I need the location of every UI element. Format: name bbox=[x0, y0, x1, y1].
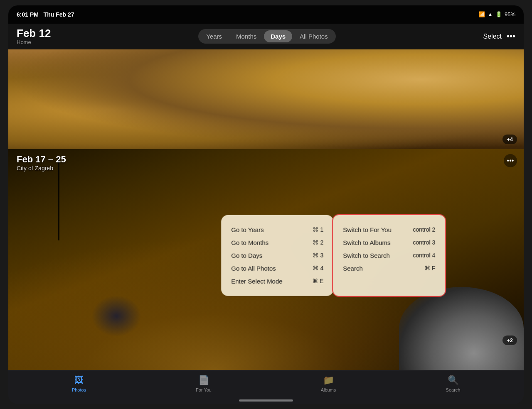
shortcut-overlay: Go to Years ⌘ 1 Go to Months ⌘ 2 Go to D… bbox=[221, 215, 445, 296]
nav-tabs: Years Months Days All Photos bbox=[198, 29, 335, 44]
shortcut-key-r2: control 3 bbox=[413, 239, 435, 246]
albums-icon: 📁 bbox=[323, 375, 334, 386]
device-frame: 6:01 PM Thu Feb 27 📶 ▲ 🔋 95% Feb 12 Home… bbox=[8, 5, 524, 404]
plus-badge-1: +4 bbox=[502, 135, 517, 144]
for-you-label: For You bbox=[196, 387, 212, 392]
shortcut-key-r4: ⌘ F bbox=[424, 265, 435, 272]
status-right: 📶 ▲ 🔋 95% bbox=[478, 11, 515, 17]
tab-item-for-you[interactable]: 📄 For You bbox=[183, 375, 224, 392]
search-icon: 🔍 bbox=[448, 375, 459, 386]
shortcut-row-r2[interactable]: Switch to Albums control 3 bbox=[343, 236, 435, 249]
time: 6:01 PM bbox=[17, 11, 39, 18]
photos-label: Photos bbox=[72, 387, 86, 392]
home-indicator bbox=[239, 399, 293, 402]
shortcut-label-3: Go to Days bbox=[231, 252, 262, 259]
shortcut-row-r1[interactable]: Switch to For You control 2 bbox=[343, 223, 435, 236]
shortcut-row-r4[interactable]: Search ⌘ F bbox=[343, 262, 435, 274]
plus-badge-2: +2 bbox=[502, 336, 517, 345]
shortcut-label-r4: Search bbox=[343, 265, 363, 272]
nav-right: Select ••• bbox=[483, 32, 515, 41]
shortcut-key-r3: control 4 bbox=[413, 252, 435, 259]
section-more-button[interactable]: ••• bbox=[504, 154, 517, 167]
shortcut-row-4[interactable]: Go to All Photos ⌘ 4 bbox=[231, 262, 323, 274]
headphones-silhouette bbox=[91, 295, 141, 337]
tab-years[interactable]: Years bbox=[200, 30, 229, 42]
status-bar: 6:01 PM Thu Feb 27 📶 ▲ 🔋 95% bbox=[8, 5, 524, 24]
date: Thu Feb 27 bbox=[44, 11, 74, 18]
shortcut-label-r1: Switch to For You bbox=[343, 226, 392, 233]
select-button[interactable]: Select bbox=[483, 33, 502, 40]
shortcut-row-2[interactable]: Go to Months ⌘ 2 bbox=[231, 236, 323, 249]
tab-item-photos[interactable]: 🖼 Photos bbox=[58, 375, 100, 392]
shortcut-label-4: Go to All Photos bbox=[231, 265, 276, 272]
shortcut-row-1[interactable]: Go to Years ⌘ 1 bbox=[231, 223, 323, 236]
main-content: +4 Feb 17 – 25 City of Zagreb ••• +2 bbox=[8, 49, 524, 370]
section-location: City of Zagreb bbox=[17, 165, 66, 171]
shortcut-panel-right: Switch to For You control 2 Switch to Al… bbox=[333, 215, 445, 296]
cat-gray bbox=[399, 287, 524, 370]
shortcut-key-2: ⌘ 2 bbox=[313, 239, 324, 246]
wifi-icon: 📶 bbox=[478, 11, 485, 17]
battery-icon: 🔋 bbox=[495, 11, 502, 17]
nav-bar: Feb 12 Home Years Months Days All Photos… bbox=[8, 24, 524, 49]
shortcut-label-r2: Switch to Albums bbox=[343, 239, 390, 246]
section-date: Feb 17 – 25 bbox=[17, 154, 66, 165]
tab-item-albums[interactable]: 📁 Albums bbox=[308, 375, 349, 392]
tab-days[interactable]: Days bbox=[264, 30, 292, 42]
nav-subtitle: Home bbox=[17, 39, 51, 45]
signal-icon: ▲ bbox=[488, 11, 493, 17]
tab-months[interactable]: Months bbox=[229, 30, 263, 42]
shortcut-panel-left: Go to Years ⌘ 1 Go to Months ⌘ 2 Go to D… bbox=[221, 215, 333, 296]
shortcut-key-3: ⌘ 3 bbox=[313, 252, 324, 259]
status-time: 6:01 PM Thu Feb 27 bbox=[17, 11, 74, 18]
shortcut-label-5: Enter Select Mode bbox=[231, 277, 282, 284]
albums-label: Albums bbox=[321, 387, 336, 392]
tab-item-search[interactable]: 🔍 Search bbox=[432, 375, 474, 392]
shortcut-label-2: Go to Months bbox=[231, 239, 268, 246]
more-options-button[interactable]: ••• bbox=[507, 32, 515, 41]
tab-all-photos[interactable]: All Photos bbox=[293, 30, 335, 42]
photo-section-top: +4 bbox=[8, 49, 524, 149]
nav-left: Feb 12 Home bbox=[17, 27, 51, 46]
shortcut-key-1: ⌘ 1 bbox=[313, 226, 324, 233]
shortcut-label-1: Go to Years bbox=[231, 226, 264, 233]
shortcut-row-r3[interactable]: Switch to Search control 4 bbox=[343, 249, 435, 262]
photos-icon: 🖼 bbox=[74, 375, 84, 386]
shortcut-key-5: ⌘ E bbox=[312, 278, 323, 284]
shortcut-row-5[interactable]: Enter Select Mode ⌘ E bbox=[231, 274, 323, 287]
cat-fur-image bbox=[8, 49, 524, 149]
search-label: Search bbox=[446, 387, 461, 392]
for-you-icon: 📄 bbox=[198, 375, 209, 386]
shortcut-key-r1: control 2 bbox=[413, 226, 435, 233]
nav-title: Feb 12 bbox=[17, 27, 51, 39]
section2-header: Feb 17 – 25 City of Zagreb bbox=[17, 154, 66, 171]
tab-bar: 🖼 Photos 📄 For You 📁 Albums 🔍 Search bbox=[8, 370, 524, 404]
photo-section-bottom: Feb 17 – 25 City of Zagreb ••• +2 Go to … bbox=[8, 149, 524, 370]
shortcut-row-3[interactable]: Go to Days ⌘ 3 bbox=[231, 249, 323, 262]
shortcut-label-r3: Switch to Search bbox=[343, 252, 390, 259]
battery-percent: 95% bbox=[505, 11, 515, 17]
shortcut-key-4: ⌘ 4 bbox=[313, 265, 324, 272]
